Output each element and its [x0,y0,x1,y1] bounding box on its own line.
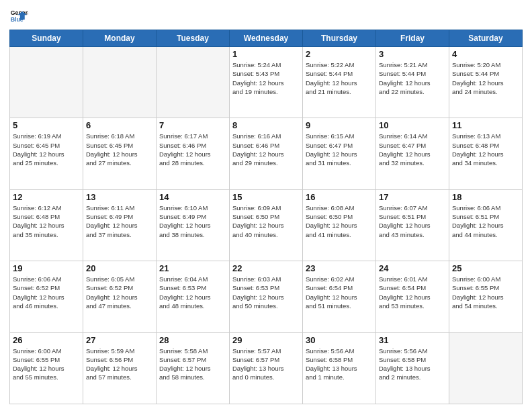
day-info: Sunrise: 6:17 AM Sunset: 6:46 PM Dayligh… [159,132,226,167]
days-header-row: SundayMondayTuesdayWednesdayThursdayFrid… [10,30,523,47]
day-info: Sunrise: 5:57 AM Sunset: 6:57 PM Dayligh… [232,347,300,382]
day-number: 1 [232,49,300,59]
day-info: Sunrise: 6:00 AM Sunset: 6:55 PM Dayligh… [13,347,80,382]
day-info: Sunrise: 6:13 AM Sunset: 6:48 PM Dayligh… [452,132,519,167]
day-number: 21 [159,263,226,273]
day-info: Sunrise: 5:22 AM Sunset: 5:44 PM Dayligh… [306,60,373,96]
day-header-friday: Friday [376,30,449,47]
day-number: 11 [452,120,519,130]
day-info: Sunrise: 6:09 AM Sunset: 6:50 PM Dayligh… [232,203,300,239]
week-row-3: 12Sunrise: 6:12 AM Sunset: 6:48 PM Dayli… [10,189,523,261]
calendar-cell: 23Sunrise: 6:02 AM Sunset: 6:54 PM Dayli… [303,261,376,332]
calendar-cell: 4Sunrise: 5:20 AM Sunset: 5:44 PM Daylig… [449,47,523,118]
day-info: Sunrise: 6:01 AM Sunset: 6:54 PM Dayligh… [379,275,446,310]
day-number: 31 [379,335,446,345]
day-header-wednesday: Wednesday [230,30,303,47]
calendar-cell: 25Sunrise: 6:00 AM Sunset: 6:55 PM Dayli… [449,261,523,332]
day-header-sunday: Sunday [10,30,83,47]
day-number: 30 [306,335,373,345]
day-number: 18 [452,192,519,202]
day-info: Sunrise: 5:56 AM Sunset: 6:58 PM Dayligh… [379,347,446,382]
week-row-5: 26Sunrise: 6:00 AM Sunset: 6:55 PM Dayli… [10,332,523,404]
calendar-cell: 27Sunrise: 5:59 AM Sunset: 6:56 PM Dayli… [83,332,157,404]
calendar-cell: 16Sunrise: 6:08 AM Sunset: 6:50 PM Dayli… [303,189,376,261]
day-header-thursday: Thursday [303,30,376,47]
day-info: Sunrise: 6:06 AM Sunset: 6:52 PM Dayligh… [13,275,80,310]
day-number: 17 [379,192,446,202]
calendar-cell: 13Sunrise: 6:11 AM Sunset: 6:49 PM Dayli… [83,189,157,261]
day-number: 25 [452,263,519,273]
day-number: 24 [379,263,446,273]
calendar-cell: 19Sunrise: 6:06 AM Sunset: 6:52 PM Dayli… [10,261,83,332]
calendar-cell: 26Sunrise: 6:00 AM Sunset: 6:55 PM Dayli… [10,332,83,404]
day-info: Sunrise: 5:59 AM Sunset: 6:56 PM Dayligh… [86,347,153,382]
calendar-cell [449,332,523,404]
calendar-cell: 14Sunrise: 6:10 AM Sunset: 6:49 PM Dayli… [157,189,230,261]
day-number: 26 [13,335,80,345]
day-info: Sunrise: 6:11 AM Sunset: 6:49 PM Dayligh… [86,203,153,239]
day-info: Sunrise: 5:20 AM Sunset: 5:44 PM Dayligh… [452,60,519,96]
day-info: Sunrise: 6:19 AM Sunset: 6:45 PM Dayligh… [13,132,80,167]
calendar-cell: 2Sunrise: 5:22 AM Sunset: 5:44 PM Daylig… [303,47,376,118]
day-number: 22 [232,263,300,273]
day-info: Sunrise: 5:24 AM Sunset: 5:43 PM Dayligh… [232,60,300,96]
day-number: 7 [159,120,226,130]
calendar-cell: 8Sunrise: 6:16 AM Sunset: 6:46 PM Daylig… [230,118,303,189]
logo: General Blue [9,7,28,26]
day-number: 28 [159,335,226,345]
day-info: Sunrise: 6:15 AM Sunset: 6:47 PM Dayligh… [306,132,373,167]
calendar-cell: 6Sunrise: 6:18 AM Sunset: 6:45 PM Daylig… [83,118,157,189]
calendar-cell [157,47,230,118]
week-row-4: 19Sunrise: 6:06 AM Sunset: 6:52 PM Dayli… [10,261,523,332]
calendar-cell: 24Sunrise: 6:01 AM Sunset: 6:54 PM Dayli… [376,261,449,332]
day-number: 4 [452,49,519,59]
calendar-cell [83,47,157,118]
day-number: 9 [306,120,373,130]
day-number: 14 [159,192,226,202]
week-row-2: 5Sunrise: 6:19 AM Sunset: 6:45 PM Daylig… [10,118,523,189]
calendar-cell: 9Sunrise: 6:15 AM Sunset: 6:47 PM Daylig… [303,118,376,189]
calendar-cell: 22Sunrise: 6:03 AM Sunset: 6:53 PM Dayli… [230,261,303,332]
day-info: Sunrise: 6:03 AM Sunset: 6:53 PM Dayligh… [232,275,300,310]
calendar-cell: 7Sunrise: 6:17 AM Sunset: 6:46 PM Daylig… [157,118,230,189]
logo-icon: General Blue [9,7,28,26]
calendar-cell: 31Sunrise: 5:56 AM Sunset: 6:58 PM Dayli… [376,332,449,404]
day-info: Sunrise: 5:56 AM Sunset: 6:58 PM Dayligh… [306,347,373,382]
day-number: 19 [13,263,80,273]
day-number: 6 [86,120,153,130]
day-info: Sunrise: 6:05 AM Sunset: 6:52 PM Dayligh… [86,275,153,310]
calendar-cell: 15Sunrise: 6:09 AM Sunset: 6:50 PM Dayli… [230,189,303,261]
calendar-cell: 18Sunrise: 6:06 AM Sunset: 6:51 PM Dayli… [449,189,523,261]
day-info: Sunrise: 6:10 AM Sunset: 6:49 PM Dayligh… [159,203,226,239]
day-number: 23 [306,263,373,273]
day-info: Sunrise: 6:02 AM Sunset: 6:54 PM Dayligh… [306,275,373,310]
day-info: Sunrise: 5:21 AM Sunset: 5:44 PM Dayligh… [379,60,446,96]
day-number: 5 [13,120,80,130]
day-info: Sunrise: 6:14 AM Sunset: 6:47 PM Dayligh… [379,132,446,167]
calendar: SundayMondayTuesdayWednesdayThursdayFrid… [9,30,523,404]
day-info: Sunrise: 6:08 AM Sunset: 6:50 PM Dayligh… [306,203,373,239]
day-number: 3 [379,49,446,59]
calendar-cell: 28Sunrise: 5:58 AM Sunset: 6:57 PM Dayli… [157,332,230,404]
day-number: 29 [232,335,300,345]
calendar-cell: 12Sunrise: 6:12 AM Sunset: 6:48 PM Dayli… [10,189,83,261]
day-info: Sunrise: 5:58 AM Sunset: 6:57 PM Dayligh… [159,347,226,382]
page: General Blue SundayMondayTuesdayWednesda… [0,0,532,411]
calendar-cell: 1Sunrise: 5:24 AM Sunset: 5:43 PM Daylig… [230,47,303,118]
day-info: Sunrise: 6:16 AM Sunset: 6:46 PM Dayligh… [232,132,300,167]
day-info: Sunrise: 6:06 AM Sunset: 6:51 PM Dayligh… [452,203,519,239]
day-number: 8 [232,120,300,130]
day-number: 16 [306,192,373,202]
day-header-monday: Monday [83,30,157,47]
calendar-cell: 10Sunrise: 6:14 AM Sunset: 6:47 PM Dayli… [376,118,449,189]
day-header-tuesday: Tuesday [157,30,230,47]
calendar-cell: 11Sunrise: 6:13 AM Sunset: 6:48 PM Dayli… [449,118,523,189]
calendar-cell: 3Sunrise: 5:21 AM Sunset: 5:44 PM Daylig… [376,47,449,118]
calendar-cell: 30Sunrise: 5:56 AM Sunset: 6:58 PM Dayli… [303,332,376,404]
day-info: Sunrise: 6:00 AM Sunset: 6:55 PM Dayligh… [452,275,519,310]
day-number: 2 [306,49,373,59]
day-number: 13 [86,192,153,202]
day-number: 12 [13,192,80,202]
calendar-cell: 5Sunrise: 6:19 AM Sunset: 6:45 PM Daylig… [10,118,83,189]
day-number: 15 [232,192,300,202]
